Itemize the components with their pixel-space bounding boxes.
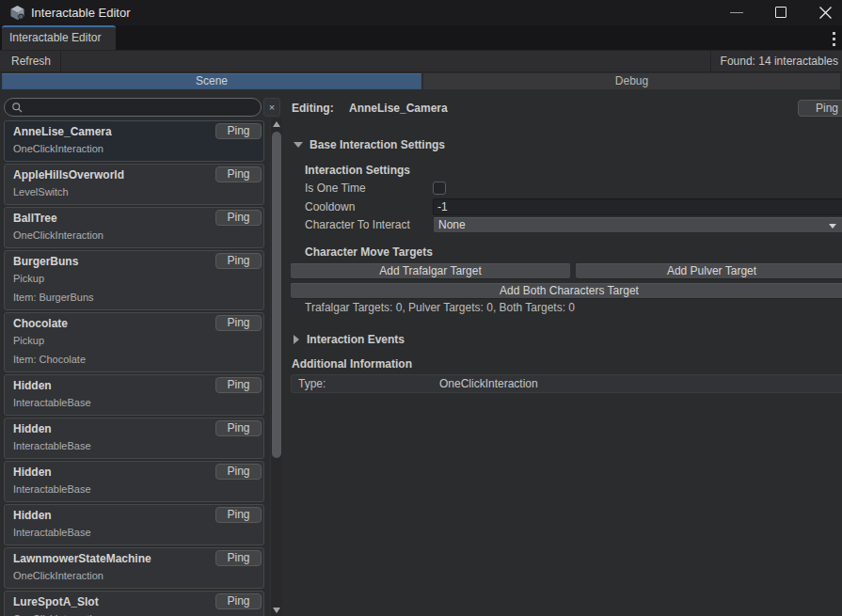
list-item-subtitle: InteractableBase	[5, 523, 263, 542]
list-item-subtitle: InteractableBase	[5, 436, 263, 455]
cooldown-label: Cooldown	[305, 198, 355, 215]
type-value: OneClickInteraction	[439, 375, 538, 392]
list-item-name: Hidden	[5, 465, 207, 480]
interactable-editor-window: Interactable Editor Interactable Editor …	[0, 0, 842, 616]
scrollbar-down-icon[interactable]	[273, 608, 280, 613]
list-item-name: LawnmowerStateMachine	[5, 551, 207, 566]
foldout-expanded-icon	[294, 142, 303, 148]
list-item[interactable]: LawnmowerStateMachineOneClickInteraction…	[4, 547, 264, 589]
minimize-button[interactable]	[716, 0, 757, 25]
editing-value: AnneLise_Camera	[349, 100, 448, 117]
kebab-menu-icon[interactable]	[830, 31, 838, 47]
list-item-subtitle: Item: BurgerBuns	[5, 288, 263, 307]
list-item-ping-button[interactable]: Ping	[215, 123, 262, 139]
tab-debug[interactable]: Debug	[423, 73, 840, 89]
search-icon	[11, 102, 24, 114]
character-to-interact-dropdown[interactable]: None	[433, 216, 842, 233]
scrollbar-thumb[interactable]	[272, 132, 281, 458]
add-both-characters-target-button[interactable]: Add Both Characters Target	[291, 283, 842, 298]
scene-list-panel: × AnneLise_CameraOneClickInteractionPing…	[0, 90, 285, 616]
list-item[interactable]: AppleHillsOverworldLevelSwitchPing	[4, 164, 264, 205]
is-one-time-checkbox[interactable]	[433, 182, 446, 195]
refresh-button[interactable]: Refresh	[2, 51, 61, 71]
list-item[interactable]: BallTreeOneClickInteractionPing	[4, 207, 264, 248]
foldout-collapsed-icon	[294, 335, 299, 344]
list-item-subtitle: OneClickInteraction	[5, 566, 263, 585]
list-item-ping-button[interactable]: Ping	[215, 593, 262, 609]
list-item-ping-button[interactable]: Ping	[215, 550, 262, 566]
foldout-base-interaction-settings[interactable]: Base Interaction Settings	[294, 136, 445, 153]
foldout-interaction-events[interactable]: Interaction Events	[294, 331, 405, 348]
search-clear-button[interactable]: ×	[263, 98, 280, 117]
close-icon	[818, 6, 833, 20]
type-label: Type:	[298, 375, 326, 392]
add-trafalgar-target-button[interactable]: Add Trafalgar Target	[291, 263, 570, 278]
dropdown-value: None	[438, 218, 466, 231]
list-item[interactable]: HiddenInteractableBasePing	[4, 374, 264, 416]
interaction-settings-header: Interaction Settings	[305, 162, 410, 179]
maximize-button[interactable]	[760, 0, 802, 25]
list-item-subtitle: OneClickInteraction	[5, 139, 263, 158]
add-pulver-target-button[interactable]: Add Pulver Target	[576, 263, 842, 278]
titlebar: Interactable Editor	[0, 0, 842, 25]
list-item-name: Hidden	[5, 378, 207, 393]
list-item-ping-button[interactable]: Ping	[215, 464, 262, 480]
list-item[interactable]: AnneLise_CameraOneClickInteractionPing	[4, 120, 264, 162]
list-item-name: Hidden	[5, 508, 207, 523]
list-item-ping-button[interactable]: Ping	[215, 210, 262, 226]
list-item-name: AnneLise_Camera	[5, 124, 207, 139]
cooldown-field[interactable]	[433, 198, 842, 215]
editing-label: Editing:	[292, 100, 334, 117]
list-item-name: BurgerBuns	[5, 254, 207, 269]
list-item-subtitle: InteractableBase	[5, 480, 263, 498]
search-input[interactable]	[25, 100, 255, 115]
window-title: Interactable Editor	[31, 0, 131, 25]
list-item-subtitle: Item: Chocolate	[5, 350, 263, 369]
list-item[interactable]: HiddenInteractableBasePing	[4, 504, 264, 545]
list-item-subtitle: LevelSwitch	[5, 182, 263, 201]
list-item-subtitle: OneClickInteraction	[5, 226, 263, 245]
additional-information-header: Additional Information	[292, 355, 412, 372]
editor-tabstrip: Interactable Editor	[0, 25, 842, 50]
content-area: × AnneLise_CameraOneClickInteractionPing…	[0, 90, 842, 616]
list-item-ping-button[interactable]: Ping	[215, 166, 262, 182]
interactable-list: AnneLise_CameraOneClickInteractionPingAp…	[4, 120, 264, 616]
found-count-label: Found: 14 interactables	[710, 51, 842, 71]
list-item-subtitle: InteractableBase	[5, 393, 263, 412]
list-item-ping-button[interactable]: Ping	[215, 507, 262, 523]
list-item-subtitle: Pickup	[5, 331, 263, 350]
list-item-subtitle: Pickup	[5, 269, 263, 288]
list-item[interactable]: HiddenInteractableBasePing	[4, 418, 264, 459]
list-item[interactable]: HiddenInteractableBasePing	[4, 461, 264, 502]
inspector-ping-button[interactable]: Ping	[798, 100, 842, 117]
scrollbar-up-icon[interactable]	[273, 121, 280, 127]
list-item-subtitle: OneClickInteraction	[5, 609, 263, 616]
targets-summary-label: Trafalgar Targets: 0, Pulver Targets: 0,…	[305, 299, 575, 316]
list-scrollbar[interactable]	[270, 118, 282, 616]
maximize-icon	[775, 7, 786, 18]
list-item[interactable]: BurgerBunsPickupItem: BurgerBunsPing	[4, 250, 264, 310]
list-item-ping-button[interactable]: Ping	[215, 377, 262, 393]
list-item-name: Hidden	[5, 421, 207, 436]
list-item-name: AppleHillsOverworld	[5, 167, 207, 182]
list-item[interactable]: LureSpotA_SlotOneClickInteractionPing	[4, 591, 264, 616]
view-tabs: Scene Debug	[0, 73, 842, 89]
search-box	[4, 98, 262, 117]
character-move-targets-header: Character Move Targets	[305, 244, 433, 261]
toolbar: Refresh Found: 14 interactables	[0, 50, 842, 72]
type-row: Type: OneClickInteraction	[291, 374, 842, 393]
minimize-icon	[730, 12, 743, 13]
close-button[interactable]	[804, 0, 842, 25]
list-item-ping-button[interactable]: Ping	[215, 420, 262, 436]
list-item-ping-button[interactable]: Ping	[215, 315, 262, 331]
list-item-name: Chocolate	[5, 316, 207, 331]
unity-cube-icon	[9, 5, 25, 21]
inspector-panel: Editing: AnneLise_Camera Ping Base Inter…	[285, 90, 842, 616]
tab-scene[interactable]: Scene	[2, 73, 421, 89]
list-item-ping-button[interactable]: Ping	[215, 253, 262, 269]
list-item-name: BallTree	[5, 211, 207, 226]
dropdown-arrow-icon	[829, 224, 836, 229]
list-item-name: LureSpotA_Slot	[5, 594, 207, 609]
list-item[interactable]: ChocolatePickupItem: ChocolatePing	[4, 312, 264, 372]
tab-interactable-editor[interactable]: Interactable Editor	[2, 25, 116, 50]
